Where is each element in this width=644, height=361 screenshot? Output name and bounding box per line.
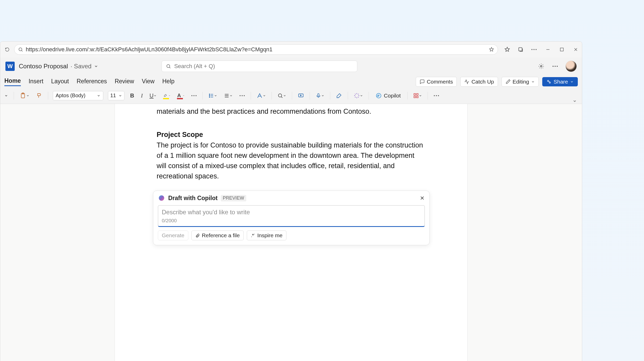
close-icon[interactable] xyxy=(420,195,425,201)
draft-header: Draft with Copilot PREVIEW xyxy=(158,194,425,202)
separator xyxy=(272,92,272,100)
svg-point-23 xyxy=(244,95,245,96)
draft-title: Draft with Copilot xyxy=(168,195,218,202)
collections-icon[interactable] xyxy=(518,46,524,53)
address-bar[interactable] xyxy=(14,44,498,55)
search-icon xyxy=(18,47,23,52)
maximize-icon[interactable] xyxy=(559,47,564,52)
tab-review[interactable]: Review xyxy=(115,78,134,86)
svg-point-20 xyxy=(209,97,210,97)
reference-file-button[interactable]: Reference a file xyxy=(191,231,244,240)
numbering-button[interactable] xyxy=(223,91,234,100)
separator xyxy=(202,92,203,100)
body-text: materials and the best practices and rec… xyxy=(157,106,426,117)
share-label: Share xyxy=(554,79,568,85)
svg-point-7 xyxy=(540,65,542,67)
svg-point-4 xyxy=(536,49,537,50)
settings-icon[interactable] xyxy=(538,63,545,70)
draft-actions: Generate Reference a file xyxy=(158,231,425,240)
generate-button: Generate xyxy=(158,231,188,240)
close-icon[interactable] xyxy=(573,47,578,52)
reference-label: Reference a file xyxy=(202,232,240,239)
url-input[interactable] xyxy=(26,46,486,53)
svg-rect-31 xyxy=(417,96,418,97)
svg-point-2 xyxy=(531,49,532,50)
comment-icon xyxy=(420,79,425,84)
copilot-button[interactable]: Copilot xyxy=(374,92,403,100)
svg-point-36 xyxy=(254,234,255,234)
chevron-down-icon xyxy=(570,80,574,84)
italic-button[interactable]: I xyxy=(140,91,144,100)
more-paragraph-icon[interactable] xyxy=(238,91,246,100)
font-family-select[interactable]: Aptos (Body) xyxy=(53,91,103,100)
tab-help[interactable]: Help xyxy=(162,78,174,86)
ribbon-tabs-row: Home Insert Layout References Review Vie… xyxy=(0,75,582,88)
tab-home[interactable]: Home xyxy=(4,77,21,86)
tab-references[interactable]: References xyxy=(77,78,107,86)
page-info-icon[interactable] xyxy=(489,47,494,52)
inspire-me-button[interactable]: Inspire me xyxy=(247,231,286,240)
copilot-label: Copilot xyxy=(384,93,401,99)
comments-label: Comments xyxy=(427,79,453,85)
favorites-icon[interactable] xyxy=(504,46,510,53)
svg-point-0 xyxy=(19,48,22,51)
catchup-button[interactable]: Catch Up xyxy=(460,77,498,87)
draft-prompt-input[interactable] xyxy=(162,209,421,216)
find-button[interactable] xyxy=(276,91,287,100)
more-icon[interactable] xyxy=(531,46,537,53)
svg-point-16 xyxy=(193,95,194,96)
font-color-button[interactable]: A xyxy=(176,91,185,100)
svg-rect-28 xyxy=(414,93,416,95)
undo-dropdown-icon[interactable] xyxy=(3,91,9,100)
comments-button[interactable]: Comments xyxy=(416,77,457,87)
present-button[interactable] xyxy=(297,91,305,100)
ribbon-tabs: Home Insert Layout References Review Vie… xyxy=(4,77,174,86)
svg-rect-1 xyxy=(519,48,522,51)
browser-actions xyxy=(504,46,537,53)
scope-heading: Project Scope xyxy=(157,131,426,139)
dictate-button[interactable] xyxy=(315,91,325,100)
tab-view[interactable]: View xyxy=(142,78,155,86)
paste-icon[interactable] xyxy=(19,91,30,100)
separator xyxy=(48,92,48,100)
share-button[interactable]: Share xyxy=(542,77,578,86)
format-painter-icon[interactable] xyxy=(35,91,43,100)
svg-point-19 xyxy=(209,95,210,96)
styles-button[interactable] xyxy=(256,91,267,100)
editing-mode-button[interactable]: Editing xyxy=(502,77,539,87)
tab-insert[interactable]: Insert xyxy=(29,78,44,86)
designer-button[interactable] xyxy=(353,91,364,100)
tab-layout[interactable]: Layout xyxy=(51,78,69,86)
draft-copilot-card: Draft with Copilot PREVIEW 0/2000 Genera… xyxy=(153,191,430,245)
more-commands-icon[interactable] xyxy=(433,91,440,100)
separator xyxy=(407,92,408,100)
font-size-select[interactable]: 11 xyxy=(108,91,124,100)
minimize-icon[interactable] xyxy=(545,47,550,52)
svg-point-17 xyxy=(196,95,197,96)
svg-point-10 xyxy=(557,66,558,67)
document-canvas[interactable]: materials and the best practices and rec… xyxy=(0,104,582,361)
bullets-button[interactable] xyxy=(207,91,218,100)
browser-window: W Contoso Proposal · Saved xyxy=(0,41,582,361)
search-input[interactable] xyxy=(174,63,353,70)
avatar[interactable] xyxy=(565,61,577,72)
refresh-icon[interactable] xyxy=(4,46,11,53)
underline-button[interactable]: U xyxy=(148,91,158,100)
doc-title-dropdown[interactable]: Contoso Proposal · Saved xyxy=(19,63,98,70)
separator xyxy=(14,92,14,100)
more-icon[interactable] xyxy=(552,63,559,70)
svg-point-9 xyxy=(555,66,556,67)
more-formatting-icon[interactable] xyxy=(190,91,198,100)
editor-button[interactable] xyxy=(335,91,343,100)
svg-point-33 xyxy=(436,95,437,96)
search-box[interactable] xyxy=(162,61,357,72)
svg-point-35 xyxy=(159,195,164,201)
addins-button[interactable] xyxy=(412,91,423,100)
separator xyxy=(292,92,292,100)
text-highlight-button[interactable] xyxy=(162,91,172,100)
word-logo-icon: W xyxy=(5,62,15,71)
bold-button[interactable]: B xyxy=(129,91,135,100)
draft-char-count: 0/2000 xyxy=(162,218,421,224)
ribbon-collapse-icon[interactable] xyxy=(573,99,577,103)
copilot-icon xyxy=(158,194,165,202)
